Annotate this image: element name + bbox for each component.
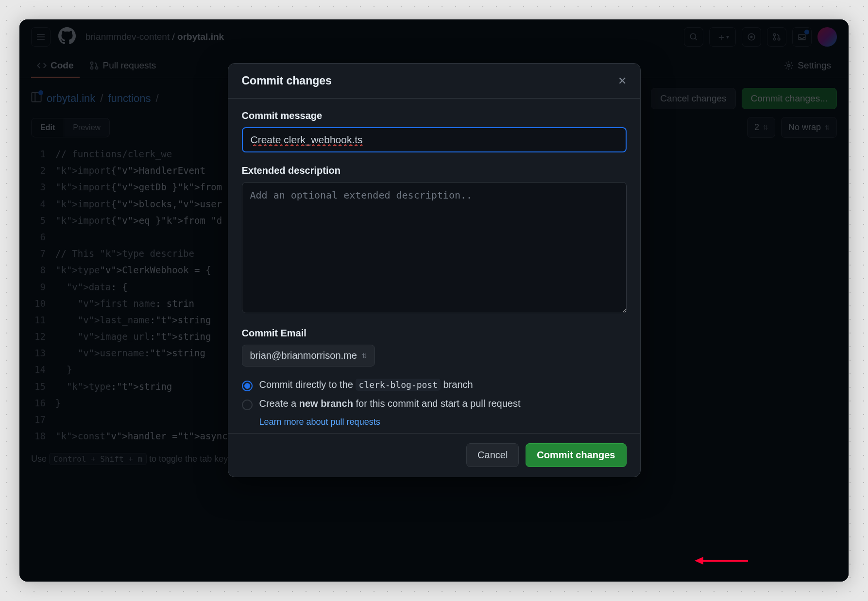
commit-new-branch-option[interactable]: Create a new branch for this commit and … [242, 398, 627, 410]
extended-description-input[interactable] [242, 182, 627, 313]
commit-message-input[interactable] [242, 127, 627, 152]
commit-message-label: Commit message [242, 110, 627, 121]
radio-unchecked-icon [242, 400, 253, 410]
commit-direct-option[interactable]: Commit directly to the clerk-blog-post b… [242, 379, 627, 391]
extended-description-label: Extended description [242, 165, 627, 176]
learn-more-link[interactable]: Learn more about pull requests [259, 417, 380, 427]
commit-email-select[interactable]: brian@brianmorrison.me⇅ [242, 345, 375, 367]
commit-changes-button[interactable]: Commit changes [526, 443, 626, 467]
radio-checked-icon [242, 381, 253, 391]
commit-email-label: Commit Email [242, 328, 627, 339]
modal-title: Commit changes [242, 74, 332, 87]
cancel-button[interactable]: Cancel [466, 443, 519, 467]
close-icon[interactable]: ✕ [618, 75, 627, 87]
commit-modal: Commit changes ✕ Commit message Extended… [228, 63, 641, 477]
